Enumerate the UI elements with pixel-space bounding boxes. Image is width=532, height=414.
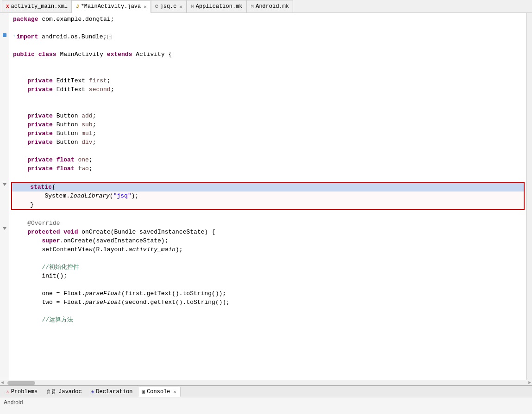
gutter-collapse-oncreate[interactable] — [0, 224, 9, 233]
tab-jsq-c[interactable]: C jsq.c ✕ — [151, 0, 187, 12]
gutter-row — [0, 39, 9, 48]
gutter-row — [0, 162, 9, 171]
code-line-oncreate: protected void onCreate(Bundle savedInst… — [9, 228, 526, 236]
gutter-row — [0, 233, 9, 241]
gutter-row — [0, 171, 9, 180]
gutter-row — [0, 145, 9, 154]
bottom-console-content: Android — [0, 397, 532, 408]
code-line — [9, 103, 526, 111]
code-line-setcontentview: setContentView(R.layout.activity_main); — [9, 245, 526, 254]
xml-file-icon: X — [6, 4, 9, 9]
gutter-row — [0, 66, 9, 74]
gutter-row — [0, 127, 9, 136]
code-line-super-oncreate: super.onCreate(savedInstanceState); — [9, 236, 526, 245]
code-line — [9, 59, 526, 68]
code-line-field-sub: private Button sub; — [9, 120, 526, 129]
gutter-row — [0, 198, 9, 206]
tab-declaration-label: Declaration — [96, 389, 132, 395]
c-file-icon: C — [155, 4, 158, 9]
gutter-row — [0, 118, 9, 127]
code-line-field-two: private float two; — [9, 164, 526, 173]
tab-android-mk[interactable]: M Android.mk — [247, 0, 294, 12]
code-line-class: public class MainActivity extends Activi… — [9, 50, 526, 59]
gutter-row — [0, 206, 9, 215]
left-gutter — [0, 13, 9, 380]
gutter-row — [0, 57, 9, 66]
gutter-row — [0, 154, 9, 162]
code-line-field-second: private EditText second; — [9, 85, 526, 94]
tab-console-label: Console — [147, 389, 170, 395]
horizontal-scrollbar[interactable]: ◄ ► — [0, 380, 532, 385]
tab-console[interactable]: ▣ Console ✕ — [138, 387, 181, 397]
gutter-row — [0, 189, 9, 198]
h-scroll-thumb[interactable] — [7, 381, 35, 385]
gutter-row — [0, 83, 9, 92]
gutter-row — [0, 101, 9, 110]
code-line-field-div: private Button div; — [9, 138, 526, 147]
code-line-parsefloat-one: one = Float.parseFloat(first.getText().t… — [9, 289, 526, 298]
gutter-row — [0, 277, 9, 285]
code-line: package com.example.dongtai; — [9, 15, 526, 24]
console-text: Android — [4, 399, 23, 406]
tab-console-close[interactable]: ✕ — [174, 389, 176, 395]
gutter-row — [0, 250, 9, 259]
mk-file-icon: M — [191, 4, 194, 9]
code-line-init: init(); — [9, 272, 526, 280]
tab-application-mk[interactable]: M Application.mk — [187, 0, 246, 12]
gutter-row — [0, 268, 9, 277]
code-line-static-body: System.loadLibrary("jsq"); — [12, 192, 524, 200]
gutter-collapse-import[interactable] — [0, 31, 9, 39]
tab-problems[interactable]: ⚠ Problems — [2, 387, 42, 397]
tab-javadoc-label: @ Javadoc — [52, 389, 82, 395]
tab-javadoc[interactable]: @ @ Javadoc — [43, 387, 86, 397]
vertical-scrollbar[interactable] — [526, 13, 532, 380]
code-line — [9, 280, 526, 289]
code-line — [9, 94, 526, 103]
tab-close-icon[interactable]: ✕ — [144, 4, 147, 10]
java-file-icon: J — [76, 4, 79, 9]
gutter-row — [0, 48, 9, 57]
code-line-import: + import android.os.Bundle;□ — [9, 32, 526, 41]
tab-label: jsq.c — [160, 3, 177, 10]
tab-label: *MainActivity.java — [81, 3, 141, 10]
gutter-row — [0, 303, 9, 312]
code-line-parsefloat-two: two = Float.parseFloat(second.getText().… — [9, 298, 526, 307]
editor-wrapper: package com.example.dongtai; + import an… — [0, 13, 532, 385]
code-line-field-add: private Button add; — [9, 111, 526, 120]
gutter-row — [0, 259, 9, 268]
code-line-comment-init: //初始化控件 — [9, 263, 526, 272]
gutter-collapse-static[interactable] — [0, 180, 9, 189]
code-line — [9, 210, 526, 219]
gutter-row — [0, 22, 9, 31]
javadoc-icon: @ — [47, 389, 50, 395]
tab-close-icon[interactable]: ✕ — [180, 4, 183, 10]
bottom-tab-bar: ⚠ Problems @ @ Javadoc ◈ Declaration ▣ C… — [0, 386, 532, 397]
gutter-row — [0, 13, 9, 22]
code-line-field-first: private EditText first; — [9, 76, 526, 85]
problems-icon: ⚠ — [6, 389, 9, 395]
gutter-row — [0, 294, 9, 303]
code-scroll-area: package com.example.dongtai; + import an… — [0, 13, 532, 380]
gutter-row — [0, 215, 9, 224]
mk-file-icon2: M — [251, 4, 254, 9]
tab-declaration[interactable]: ◈ Declaration — [87, 387, 137, 397]
gutter-row — [0, 92, 9, 101]
tab-bar: X activity_main.xml J *MainActivity.java… — [0, 0, 532, 13]
tab-mainactivity-java[interactable]: J *MainActivity.java ✕ — [72, 0, 151, 13]
code-line — [9, 24, 526, 32]
tab-activity-main-xml[interactable]: X activity_main.xml — [2, 0, 72, 12]
code-line-override: @Override — [9, 219, 526, 228]
code-line-field-one: private float one; — [9, 155, 526, 164]
bottom-panel: ⚠ Problems @ @ Javadoc ◈ Declaration ▣ C… — [0, 385, 532, 414]
code-line — [9, 173, 526, 182]
code-editor[interactable]: package com.example.dongtai; + import an… — [9, 13, 526, 380]
code-line — [9, 41, 526, 50]
tab-label: Android.mk — [256, 3, 289, 10]
code-line-comment-calc: //运算方法 — [9, 315, 526, 324]
code-line-field-mul: private Button mul; — [9, 129, 526, 138]
code-line — [9, 68, 526, 76]
tab-label: Application.mk — [196, 3, 243, 10]
gutter-row — [0, 110, 9, 118]
code-line — [9, 307, 526, 315]
tab-label: activity_main.xml — [11, 3, 68, 10]
